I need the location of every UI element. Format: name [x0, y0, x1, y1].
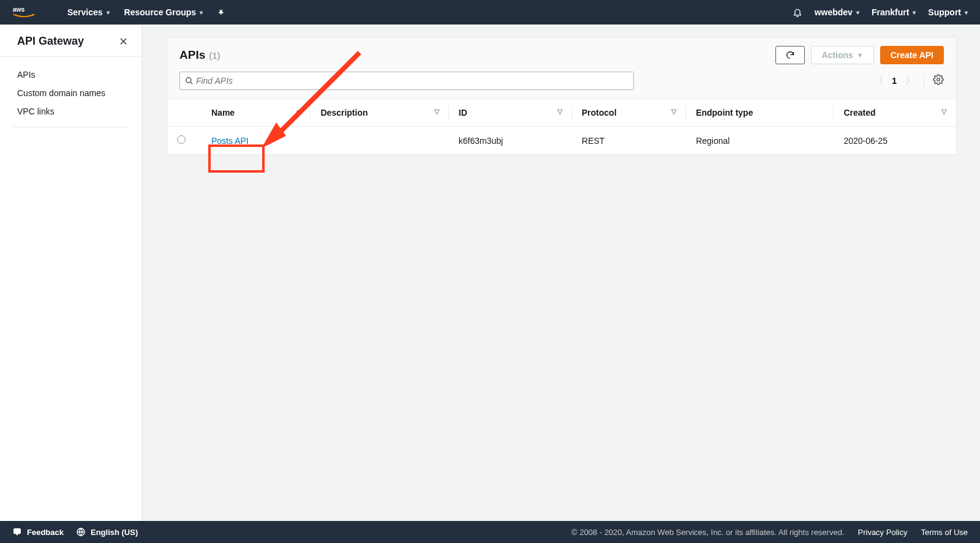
column-name[interactable]: Name ▲ — [202, 99, 311, 127]
sidebar-title: API Gateway — [17, 35, 84, 48]
filter-icon: ▽ — [671, 108, 676, 116]
nav-pin-icon[interactable] — [217, 8, 226, 17]
cell-protocol: REST — [582, 136, 605, 146]
nav-region[interactable]: Frankfurt ▾ — [872, 7, 916, 17]
pager: 〈 1 〉 — [873, 74, 944, 88]
column-header-label: Created — [843, 108, 875, 118]
row-select-radio[interactable] — [177, 135, 186, 144]
top-nav: aws Services ▾ Resource Groups ▾ wwebdev… — [0, 0, 980, 24]
nav-resource-groups-label: Resource Groups — [124, 7, 196, 17]
card-header: APIs (1) Actions ▼ Create API — [167, 37, 956, 99]
chevron-down-icon: ▼ — [857, 51, 864, 59]
cell-created: 2020-06-25 — [843, 136, 888, 146]
cell-endpoint-type: Regional — [696, 136, 729, 146]
divider — [924, 74, 924, 88]
refresh-icon — [785, 50, 795, 60]
next-page-button[interactable]: 〉 — [905, 75, 915, 88]
sidebar-item-vpc-links[interactable]: VPC links — [0, 102, 141, 121]
column-header-label: Protocol — [582, 108, 617, 118]
refresh-button[interactable] — [775, 46, 805, 64]
column-header-label: Endpoint type — [696, 108, 753, 118]
sort-asc-icon: ▲ — [295, 108, 301, 115]
cell-id: k6f63m3ubj — [459, 136, 503, 146]
chevron-down-icon: ▾ — [856, 9, 859, 16]
nav-account[interactable]: wwebdev ▾ — [815, 7, 859, 17]
feedback-link[interactable]: Feedback — [12, 527, 64, 537]
nav-notifications-icon[interactable] — [793, 7, 802, 17]
language-selector[interactable]: English (US) — [76, 527, 138, 537]
sidebar-header: API Gateway ✕ — [0, 24, 141, 57]
language-label: English (US) — [91, 528, 138, 537]
search-input-wrapper[interactable] — [179, 72, 634, 90]
chevron-down-icon: ▾ — [965, 9, 968, 16]
footer: Feedback English (US) © 2008 - 2020, Ama… — [0, 521, 980, 543]
filter-icon: ▽ — [941, 108, 946, 116]
sidebar-item-label: Custom domain names — [17, 88, 105, 98]
sidebar-divider — [13, 127, 128, 127]
column-description[interactable]: Description ▽ — [311, 99, 448, 127]
svg-text:aws: aws — [13, 6, 25, 13]
nav-account-label: wwebdev — [815, 7, 853, 17]
column-id[interactable]: ID ▽ — [449, 99, 572, 127]
sidebar: API Gateway ✕ APIs Custom domain names V… — [0, 24, 142, 521]
chevron-down-icon: ▾ — [200, 9, 203, 16]
nav-support[interactable]: Support ▾ — [928, 7, 968, 17]
sidebar-item-label: APIs — [17, 70, 36, 80]
sidebar-nav: APIs Custom domain names VPC links — [0, 57, 141, 142]
privacy-policy-link[interactable]: Privacy Policy — [858, 528, 908, 537]
column-header-label: ID — [459, 108, 467, 118]
chevron-down-icon: ▾ — [913, 9, 916, 16]
column-endpoint-type[interactable]: Endpoint type — [686, 99, 834, 127]
actions-button[interactable]: Actions ▼ — [811, 46, 873, 64]
apis-table: Name ▲ Description ▽ ID ▽ — [167, 99, 956, 154]
sidebar-item-apis[interactable]: APIs — [0, 66, 141, 84]
nav-region-label: Frankfurt — [872, 7, 909, 17]
api-name-link[interactable]: Posts API — [211, 136, 249, 146]
nav-support-label: Support — [928, 7, 961, 17]
nav-resource-groups[interactable]: Resource Groups ▾ — [124, 7, 203, 17]
main-content: APIs (1) Actions ▼ Create API — [142, 24, 980, 521]
table-row[interactable]: Posts API k6f63m3ubj REST Regional 2020-… — [167, 127, 956, 155]
feedback-label: Feedback — [27, 528, 64, 537]
column-header-label: Description — [320, 108, 368, 118]
globe-icon — [76, 527, 86, 537]
column-protocol[interactable]: Protocol ▽ — [572, 99, 686, 127]
create-api-button-label: Create API — [891, 50, 933, 60]
settings-button[interactable] — [933, 74, 944, 88]
nav-services-label: Services — [67, 7, 103, 17]
page-title: APIs — [179, 48, 205, 62]
aws-logo[interactable]: aws — [12, 6, 36, 19]
create-api-button[interactable]: Create API — [880, 46, 944, 64]
sidebar-item-label: VPC links — [17, 107, 55, 116]
item-count: (1) — [209, 50, 220, 61]
chevron-down-icon: ▾ — [107, 9, 110, 16]
column-created[interactable]: Created ▽ — [834, 99, 956, 127]
page-number: 1 — [892, 76, 897, 86]
close-icon[interactable]: ✕ — [119, 36, 128, 47]
filter-icon: ▽ — [557, 108, 562, 116]
sidebar-item-custom-domain-names[interactable]: Custom domain names — [0, 84, 141, 102]
svg-point-2 — [937, 78, 940, 81]
filter-icon: ▽ — [434, 108, 439, 116]
terms-of-use-link[interactable]: Terms of Use — [921, 528, 968, 537]
copyright-text: © 2008 - 2020, Amazon Web Services, Inc.… — [571, 528, 845, 537]
search-icon — [185, 77, 194, 85]
speech-bubble-icon — [12, 527, 22, 537]
nav-services[interactable]: Services ▾ — [67, 7, 110, 17]
column-select — [167, 99, 202, 127]
apis-card: APIs (1) Actions ▼ Create API — [167, 37, 957, 155]
terms-label: Terms of Use — [921, 528, 968, 537]
search-input[interactable] — [196, 76, 628, 86]
actions-button-label: Actions — [821, 50, 853, 60]
prev-page-button[interactable]: 〈 — [873, 75, 883, 88]
gear-icon — [933, 74, 944, 85]
svg-point-1 — [186, 78, 191, 83]
column-header-label: Name — [211, 108, 235, 118]
privacy-label: Privacy Policy — [858, 528, 908, 537]
